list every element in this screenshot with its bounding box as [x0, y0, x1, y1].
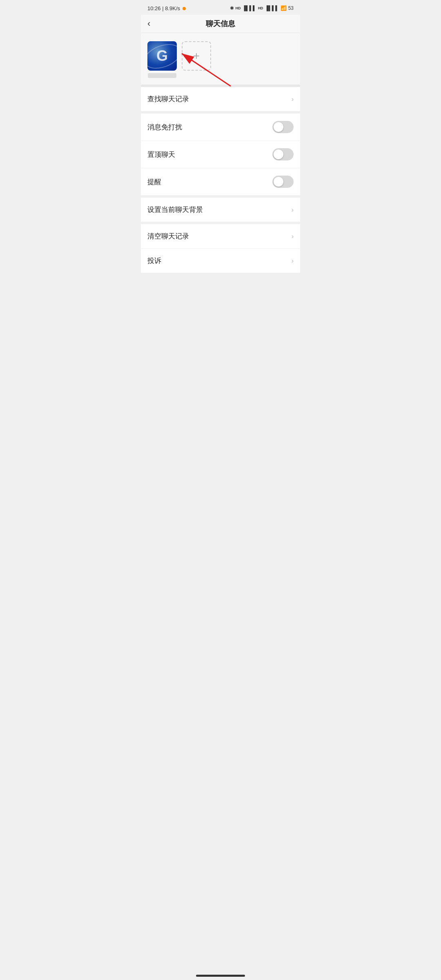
- avatar-name-label: [148, 73, 176, 78]
- clear-history-right: ›: [292, 233, 294, 240]
- complaint-label: 投诉: [147, 256, 161, 265]
- pin-chat-toggle[interactable]: [272, 148, 294, 160]
- menu-group-actions: 清空聊天记录 › 投诉 ›: [141, 224, 300, 273]
- menu-item-set-background[interactable]: 设置当前聊天背景 ›: [141, 198, 300, 222]
- complaint-right: ›: [292, 257, 294, 265]
- bluetooth-icon: ✱: [230, 5, 234, 11]
- user-avatar-wrapper[interactable]: [147, 41, 177, 78]
- pin-chat-label: 置顶聊天: [147, 150, 175, 159]
- menu-section: 查找聊天记录 › 消息免打扰 置顶聊天 提醒: [141, 87, 300, 273]
- reminder-toggle-thumb: [274, 177, 283, 187]
- menu-item-reminder[interactable]: 提醒: [141, 168, 300, 195]
- pin-chat-toggle-thumb: [274, 149, 283, 159]
- hd-badge: HD: [236, 6, 241, 10]
- chevron-right-icon-4: ›: [292, 257, 294, 265]
- set-background-label: 设置当前聊天背景: [147, 205, 203, 214]
- search-history-label: 查找聊天记录: [147, 94, 189, 104]
- wifi-icon: 📶: [281, 5, 287, 11]
- avatar-section: +: [141, 33, 300, 87]
- no-disturb-toggle[interactable]: [272, 121, 294, 133]
- menu-item-complaint[interactable]: 投诉 ›: [141, 249, 300, 273]
- battery-level: 53: [288, 5, 294, 11]
- status-icons: ✱ HD ▐▌▌▌ HD ▐▌▌▌ 📶 53: [230, 5, 294, 11]
- pin-chat-right: [272, 148, 294, 160]
- add-member-button[interactable]: +: [182, 41, 211, 71]
- reminder-right: [272, 176, 294, 188]
- status-time-speed: 10:26 | 8.9K/s: [147, 5, 186, 11]
- battery-indicator: 53: [288, 5, 294, 11]
- status-bar: 10:26 | 8.9K/s ✱ HD ▐▌▌▌ HD ▐▌▌▌ 📶 53: [141, 0, 300, 15]
- network-speed: 8.9K/s: [165, 5, 180, 11]
- hd-badge-2: HD: [258, 6, 263, 10]
- menu-item-pin-chat[interactable]: 置顶聊天: [141, 141, 300, 168]
- no-disturb-label: 消息免打扰: [147, 122, 182, 132]
- set-background-right: ›: [292, 206, 294, 214]
- page-title: 聊天信息: [206, 19, 235, 29]
- signal-bars-2: ▐▌▌▌: [265, 5, 279, 11]
- no-disturb-toggle-thumb: [274, 122, 283, 132]
- nav-bar: ‹ 聊天信息: [141, 15, 300, 33]
- reminder-toggle[interactable]: [272, 176, 294, 188]
- network-dot: [183, 7, 186, 10]
- time-display: 10:26: [147, 5, 161, 11]
- signal-bars-1: ▐▌▌▌: [243, 5, 256, 11]
- menu-group-search: 查找聊天记录 ›: [141, 87, 300, 111]
- menu-group-toggles: 消息免打扰 置顶聊天 提醒: [141, 114, 300, 195]
- menu-item-clear-history[interactable]: 清空聊天记录 ›: [141, 224, 300, 249]
- menu-item-search-history[interactable]: 查找聊天记录 ›: [141, 87, 300, 111]
- chevron-right-icon-2: ›: [292, 206, 294, 214]
- avatar-globe-image: [147, 41, 177, 71]
- chevron-right-icon: ›: [292, 96, 294, 103]
- reminder-label: 提醒: [147, 177, 161, 187]
- avatar[interactable]: [147, 41, 177, 71]
- back-button[interactable]: ‹: [147, 18, 150, 29]
- clear-history-label: 清空聊天记录: [147, 232, 189, 241]
- chevron-right-icon-3: ›: [292, 233, 294, 240]
- menu-item-no-disturb[interactable]: 消息免打扰: [141, 114, 300, 141]
- search-history-right: ›: [292, 96, 294, 103]
- menu-group-background: 设置当前聊天背景 ›: [141, 198, 300, 222]
- no-disturb-right: [272, 121, 294, 133]
- plus-icon: +: [193, 50, 200, 62]
